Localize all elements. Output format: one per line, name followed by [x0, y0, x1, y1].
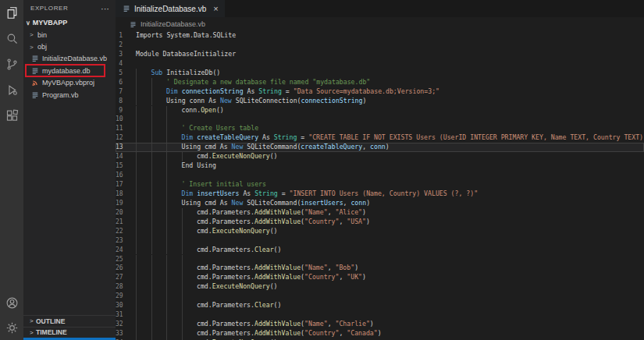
code-line-24[interactable]: 24cmd.Parameters.Clear()	[116, 246, 644, 255]
code-text: cmd.ExecuteNonQuery()	[136, 152, 278, 161]
explorer-icon[interactable]	[2, 3, 22, 22]
sidebar-item-obj[interactable]: >obj	[23, 41, 116, 52]
indent-guide	[136, 301, 151, 310]
sidebar-item-initializedatabase-vb[interactable]: InitializeDatabase.vb	[23, 53, 116, 65]
indent-guide	[136, 124, 151, 133]
code-line-16[interactable]: 16	[116, 171, 644, 180]
code-line-29[interactable]: 29	[116, 292, 644, 301]
indent-guide	[151, 161, 167, 171]
code-line-18[interactable]: 18Dim insertUsers As String = "INSERT IN…	[116, 189, 644, 199]
code-line-22[interactable]: 22cmd.ExecuteNonQuery()	[116, 227, 644, 236]
indent-guide	[182, 301, 197, 310]
line-number: 19	[116, 199, 136, 208]
code-line-13[interactable]: 13Using cmd As New SQLiteCommand(createT…	[116, 143, 644, 152]
code-line-21[interactable]: 21cmd.Parameters.AddWithValue("Country",…	[116, 218, 644, 227]
code-text: ' Create Users table	[136, 124, 258, 133]
indent-guide	[182, 208, 197, 218]
code-line-23[interactable]: 23	[116, 236, 644, 246]
extensions-icon[interactable]	[2, 106, 22, 125]
run-debug-icon[interactable]	[2, 80, 22, 99]
close-icon[interactable]: ×	[213, 4, 218, 13]
source-control-icon[interactable]	[2, 55, 22, 73]
sidebar-item-program-vb[interactable]: Program.vb	[23, 89, 116, 101]
code-line-32[interactable]: 32cmd.Parameters.AddWithValue("Name", "C…	[116, 320, 644, 329]
code-text: cmd.Parameters.AddWithValue("Country", "…	[136, 273, 366, 282]
indent-guide	[182, 282, 197, 292]
vb-file-icon	[123, 5, 130, 12]
code-text: Using conn As New SQLiteConnection(conne…	[136, 97, 366, 106]
code-text: cmd.ExecuteNonQuery()	[136, 282, 278, 292]
line-number: 3	[116, 50, 136, 59]
sidebar-item-mydatabase-db[interactable]: mydatabase.db	[23, 65, 116, 76]
code-editor[interactable]: 1Imports System.Data.SQLite23Module Data…	[116, 31, 644, 340]
code-text: cmd.Parameters.AddWithValue("Name", "Cha…	[136, 320, 374, 329]
code-line-11[interactable]: 11' Create Users table	[116, 124, 644, 133]
section-timeline[interactable]: >TIMELINE	[23, 327, 116, 338]
code-line-12[interactable]: 12Dim createTableQuery As String = "CREA…	[116, 133, 644, 143]
line-number: 12	[116, 133, 136, 143]
account-icon[interactable]	[2, 293, 22, 312]
code-line-31[interactable]: 31	[116, 310, 644, 320]
code-line-7[interactable]: 7Dim connectionString As String = "Data …	[116, 87, 644, 97]
code-line-1[interactable]: 1Imports System.Data.SQLite	[116, 31, 644, 41]
sidebar-item-bin[interactable]: >bin	[23, 29, 116, 41]
explorer-sidebar: EXPLORER ··· ∨ MYVBAPP >bin>objInitializ…	[23, 0, 116, 340]
indent-guide	[136, 218, 151, 227]
code-text: ' Designate a new database file named "m…	[136, 78, 370, 87]
sidebar-item-myvbapp-vbproj[interactable]: MyVBApp.vbproj	[23, 77, 116, 89]
section-outline[interactable]: >OUTLINE	[23, 315, 116, 327]
indent-guide	[151, 208, 167, 218]
search-icon[interactable]	[2, 29, 22, 48]
code-line-17[interactable]: 17' Insert initial users	[116, 180, 644, 189]
code-line-15[interactable]: 15End Using	[116, 161, 644, 171]
vscode-window: EXPLORER ··· ∨ MYVBAPP >bin>objInitializ…	[0, 0, 644, 340]
code-line-19[interactable]: 19Using cmd As New SQLiteCommand(insertU…	[116, 199, 644, 208]
indent-guide	[166, 218, 182, 227]
explorer-more-actions-icon[interactable]: ···	[101, 5, 109, 12]
code-line-14[interactable]: 14cmd.ExecuteNonQuery()	[116, 152, 644, 161]
code-line-27[interactable]: 27cmd.Parameters.AddWithValue("Country",…	[116, 273, 644, 282]
tab-initializedatabase[interactable]: InitializeDatabase.vb ×	[116, 0, 225, 17]
code-line-8[interactable]: 8Using conn As New SQLiteConnection(conn…	[116, 97, 644, 106]
code-text: cmd.Parameters.Clear()	[136, 301, 281, 310]
code-line-28[interactable]: 28cmd.ExecuteNonQuery()	[116, 282, 644, 292]
indent-guide	[182, 329, 197, 338]
code-line-4[interactable]: 4	[116, 59, 644, 69]
breadcrumb-file-label[interactable]: InitializeDatabase.vb	[141, 20, 205, 28]
indent-guide	[166, 227, 182, 236]
code-text	[136, 292, 197, 301]
code-line-30[interactable]: 30cmd.Parameters.Clear()	[116, 301, 644, 310]
section-label: TIMELINE	[36, 328, 67, 336]
code-line-6[interactable]: 6' Designate a new database file named "…	[116, 78, 644, 87]
code-line-10[interactable]: 10	[116, 115, 644, 124]
code-line-26[interactable]: 26cmd.Parameters.AddWithValue("Name", "B…	[116, 264, 644, 273]
line-number: 30	[116, 301, 136, 310]
code-text	[136, 236, 197, 246]
line-number: 2	[116, 41, 136, 50]
indent-guide	[166, 264, 182, 273]
code-line-9[interactable]: 9conn.Open()	[116, 106, 644, 115]
indent-guide	[136, 246, 151, 255]
code-line-3[interactable]: 3Module DatabaseInitializer	[116, 50, 644, 59]
indent-guide	[166, 246, 182, 255]
code-text	[136, 310, 197, 320]
indent-guide	[151, 292, 167, 301]
code-text: Module DatabaseInitializer	[136, 50, 236, 59]
indent-guide	[166, 180, 182, 189]
code-line-33[interactable]: 33cmd.Parameters.AddWithValue("Country",…	[116, 329, 644, 338]
indent-guide	[182, 152, 197, 161]
code-line-20[interactable]: 20cmd.Parameters.AddWithValue("Name", "A…	[116, 208, 644, 218]
indent-guide	[151, 255, 167, 264]
settings-gear-icon[interactable]	[2, 318, 22, 337]
indent-guide	[151, 171, 167, 180]
code-line-2[interactable]: 2	[116, 41, 644, 50]
indent-guide	[136, 133, 151, 143]
line-number: 28	[116, 282, 136, 292]
indent-guide	[166, 255, 182, 264]
code-line-25[interactable]: 25	[116, 255, 644, 264]
indent-guide	[136, 69, 151, 78]
project-root-row[interactable]: ∨ MYVBAPP	[23, 16, 116, 29]
indent-guide	[151, 124, 167, 133]
code-line-5[interactable]: 5Sub InitializeDb()	[116, 69, 644, 78]
code-text	[136, 115, 182, 124]
